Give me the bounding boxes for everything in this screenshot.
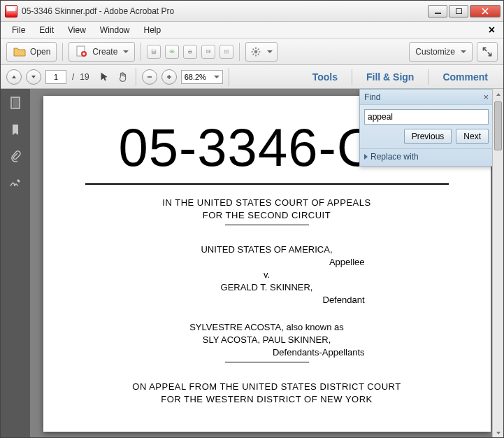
select-tool-button[interactable] xyxy=(98,70,112,84)
separator xyxy=(239,43,240,61)
scroll-thumb[interactable] xyxy=(494,101,502,150)
page-separator: / xyxy=(71,72,75,82)
work-area: 05-3346-CR IN THE UNITED STATES COURT OF… xyxy=(1,89,503,438)
separator xyxy=(136,68,136,86)
customize-label: Customize xyxy=(415,47,455,57)
chevron-down-icon xyxy=(461,50,466,53)
menu-file[interactable]: File xyxy=(5,23,32,37)
customize-button[interactable]: Customize xyxy=(409,42,473,62)
menu-view[interactable]: View xyxy=(61,23,93,37)
share-button[interactable] xyxy=(201,45,215,59)
fullscreen-button[interactable] xyxy=(477,42,498,62)
document-area[interactable]: 05-3346-CR IN THE UNITED STATES COURT OF… xyxy=(30,89,503,438)
navigation-toolbar: / 19 68.2% Tools Fill & Sign Comment xyxy=(1,65,503,89)
find-previous-button[interactable]: Previous xyxy=(404,129,452,144)
party-skinner: GERALD T. SKINNER, xyxy=(85,282,449,292)
scroll-down-arrow[interactable] xyxy=(493,428,503,438)
scroll-up-arrow[interactable] xyxy=(493,89,503,100)
zoom-level-select[interactable]: 68.2% xyxy=(181,70,223,84)
party-acosta-2: SLY ACOSTA, PAUL SKINNER, xyxy=(85,334,449,345)
current-page-input[interactable] xyxy=(45,70,66,84)
role-defendants-appellants: Defendants-Appellants xyxy=(85,347,449,358)
create-label: Create xyxy=(92,47,117,57)
chevron-down-icon xyxy=(123,50,129,53)
svg-point-8 xyxy=(254,50,258,53)
cloud-upload-button[interactable] xyxy=(165,45,179,59)
email-button[interactable] xyxy=(219,45,233,59)
court-line-1: IN THE UNITED STATES COURT OF APPEALS xyxy=(85,197,449,208)
open-label: Open xyxy=(30,47,50,57)
party-acosta-1: SYLVESTRE ACOSTA, also known as xyxy=(85,322,449,332)
folder-open-icon xyxy=(13,45,27,59)
print-button[interactable] xyxy=(183,45,197,59)
create-pdf-icon xyxy=(75,45,89,59)
vertical-scrollbar[interactable] xyxy=(492,89,503,438)
separator xyxy=(428,69,429,85)
separator xyxy=(141,43,141,61)
find-input[interactable] xyxy=(364,109,489,125)
attachments-icon[interactable] xyxy=(8,149,22,163)
hand-tool-button[interactable] xyxy=(116,70,130,84)
appeal-line-1: ON APPEAL FROM THE UNITED STATES DISTRIC… xyxy=(85,381,449,392)
title-bar: 05-3346 Skinner.pdf - Adobe Acrobat Pro xyxy=(1,1,503,22)
zoom-out-button[interactable] xyxy=(142,69,157,85)
party-usa: UNITED STATES OF AMERICA, xyxy=(85,244,449,255)
find-close-button[interactable]: × xyxy=(483,92,489,102)
minimize-button[interactable] xyxy=(428,5,447,17)
zoom-in-button[interactable] xyxy=(161,69,177,85)
role-appellee: Appellee xyxy=(85,257,449,267)
chevron-down-icon xyxy=(214,76,219,78)
chevron-down-icon xyxy=(267,50,273,53)
thumbnails-icon[interactable] xyxy=(8,96,22,110)
signatures-icon[interactable] xyxy=(8,176,22,190)
find-panel: Find × Previous Next Replace with xyxy=(359,89,494,167)
settings-button[interactable] xyxy=(245,42,278,62)
acrobat-app-icon xyxy=(5,5,17,17)
menu-help[interactable]: Help xyxy=(137,23,168,37)
document-close-button[interactable]: × xyxy=(484,24,499,36)
zoom-value: 68.2% xyxy=(185,73,206,81)
total-pages: 19 xyxy=(80,72,89,82)
page-up-button[interactable] xyxy=(6,69,22,85)
separator xyxy=(352,69,352,85)
svg-rect-4 xyxy=(189,50,192,51)
navigation-pane xyxy=(1,89,30,438)
window-title: 05-3346 Skinner.pdf - Adobe Acrobat Pro xyxy=(22,6,428,16)
fill-sign-panel-button[interactable]: Fill & Sign xyxy=(357,67,424,87)
tools-panel-button[interactable]: Tools xyxy=(303,67,347,87)
comment-panel-button[interactable]: Comment xyxy=(433,67,498,87)
menu-window[interactable]: Window xyxy=(93,23,137,37)
versus: v. xyxy=(85,269,449,280)
find-next-button[interactable]: Next xyxy=(456,129,489,144)
court-line-2: FOR THE SECOND CIRCUIT xyxy=(85,210,449,220)
close-window-button[interactable] xyxy=(470,5,501,17)
main-toolbar: Open Create Customize xyxy=(1,38,503,65)
separator xyxy=(229,68,229,86)
svg-rect-5 xyxy=(189,52,192,53)
expand-triangle-icon xyxy=(364,154,368,160)
create-button[interactable]: Create xyxy=(69,42,135,62)
svg-rect-2 xyxy=(153,50,155,51)
separator xyxy=(62,43,63,61)
page-down-button[interactable] xyxy=(26,69,41,85)
menu-bar: File Edit View Window Help × xyxy=(1,22,503,38)
role-defendant: Defendant xyxy=(85,295,449,305)
appeal-line-2: FOR THE WESTERN DISTRICT OF NEW YORK xyxy=(85,394,449,404)
maximize-button[interactable] xyxy=(449,5,468,17)
open-button[interactable]: Open xyxy=(6,42,57,62)
bookmarks-icon[interactable] xyxy=(8,122,22,136)
save-button[interactable] xyxy=(147,45,161,59)
find-title: Find xyxy=(364,92,483,102)
menu-edit[interactable]: Edit xyxy=(32,23,61,37)
svg-rect-10 xyxy=(13,97,20,108)
replace-with-label: Replace with xyxy=(370,152,419,162)
replace-with-toggle[interactable]: Replace with xyxy=(360,148,493,166)
